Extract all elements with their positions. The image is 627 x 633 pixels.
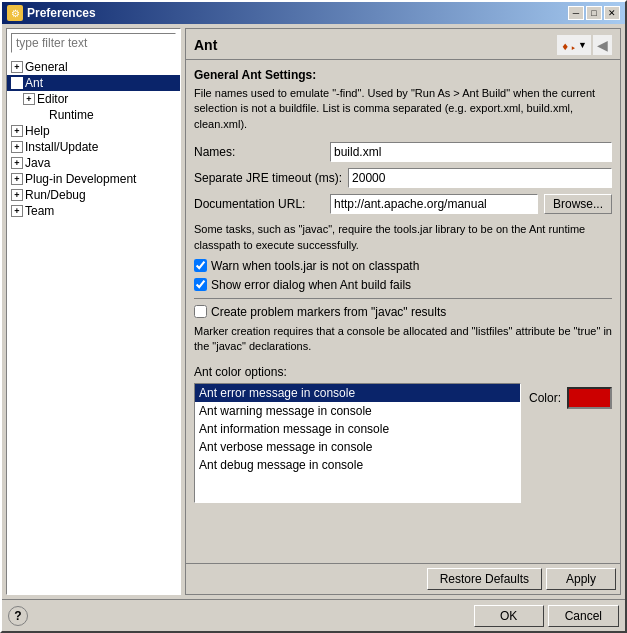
markers-note: Marker creation requires that a console … [194, 324, 612, 355]
sidebar-item-runtime[interactable]: Runtime [7, 107, 180, 123]
sidebar-item-team[interactable]: + Team [7, 203, 180, 219]
title-bar-left: ⚙ Preferences [7, 5, 96, 21]
expander-run-debug[interactable]: + [11, 189, 23, 201]
help-button[interactable]: ? [8, 606, 28, 626]
tools-jar-notice: Some tasks, such as "javac", require the… [194, 222, 612, 253]
sidebar-item-label-ant: Ant [25, 76, 43, 90]
warn-tools-jar-checkbox[interactable] [194, 259, 207, 272]
expander-java[interactable]: + [11, 157, 23, 169]
right-content: General Ant Settings: File names used to… [186, 60, 620, 563]
main-area: + General - Ant + Editor [6, 28, 621, 595]
names-row: Names: [194, 142, 612, 162]
tree-view: + General - Ant + Editor [7, 57, 180, 594]
expander-help[interactable]: + [11, 125, 23, 137]
color-list-item-warning[interactable]: Ant warning message in console [195, 402, 520, 420]
nav-back-button[interactable]: ◀ [593, 35, 612, 55]
footer-right: OK Cancel [474, 605, 619, 627]
title-bar: ⚙ Preferences ─ □ ✕ [2, 2, 625, 24]
back-arrow-icon: ◀ [597, 37, 608, 53]
color-area: Ant error message in console Ant warning… [194, 383, 612, 503]
sidebar-item-java[interactable]: + Java [7, 155, 180, 171]
color-swatch[interactable] [567, 387, 612, 409]
create-markers-label: Create problem markers from "javac" resu… [211, 305, 446, 319]
sidebar-item-label-runtime: Runtime [49, 108, 94, 122]
filter-input[interactable] [11, 33, 176, 53]
sidebar-item-label-java: Java [25, 156, 50, 170]
sidebar-item-label-run-debug: Run/Debug [25, 188, 86, 202]
restore-defaults-button[interactable]: Restore Defaults [427, 568, 542, 590]
warn-tools-jar-label: Warn when tools.jar is not on classpath [211, 259, 419, 273]
show-error-dialog-label: Show error dialog when Ant build fails [211, 278, 411, 292]
preferences-window: ⚙ Preferences ─ □ ✕ + General [0, 0, 627, 633]
sidebar-item-run-debug[interactable]: + Run/Debug [7, 187, 180, 203]
expander-general[interactable]: + [11, 61, 23, 73]
sidebar-item-plugin-development[interactable]: + Plug-in Development [7, 171, 180, 187]
right-panel-title: Ant [194, 37, 217, 53]
color-list-item-debug[interactable]: Ant debug message in console [195, 456, 520, 474]
expander-ant[interactable]: - [11, 77, 23, 89]
color-listbox[interactable]: Ant error message in console Ant warning… [194, 383, 521, 503]
cancel-button[interactable]: Cancel [548, 605, 619, 627]
color-label: Color: [529, 391, 561, 405]
sidebar-item-general[interactable]: + General [7, 59, 180, 75]
create-markers-row: Create problem markers from "javac" resu… [194, 305, 612, 319]
sidebar-item-ant[interactable]: - Ant [7, 75, 180, 91]
sidebar-item-label-editor: Editor [37, 92, 68, 106]
window-title: Preferences [27, 6, 96, 20]
nav-dropdown-icon: ▼ [578, 40, 587, 50]
color-section: Ant color options: Ant error message in … [194, 365, 612, 503]
right-panel-bottom-bar: Restore Defaults Apply [186, 563, 620, 594]
minimize-button[interactable]: ─ [568, 6, 584, 20]
window-content: + General - Ant + Editor [2, 24, 625, 599]
timeout-row: Separate JRE timeout (ms): [194, 168, 612, 188]
timeout-label: Separate JRE timeout (ms): [194, 171, 342, 185]
doc-url-input[interactable] [330, 194, 538, 214]
show-error-dialog-row: Show error dialog when Ant build fails [194, 278, 612, 292]
nav-forward-button[interactable]: ⬧▸ ▼ [557, 35, 591, 55]
ok-button[interactable]: OK [474, 605, 544, 627]
sidebar-item-install-update[interactable]: + Install/Update [7, 139, 180, 155]
left-panel: + General - Ant + Editor [6, 28, 181, 595]
names-input[interactable] [330, 142, 612, 162]
expander-editor[interactable]: + [23, 93, 35, 105]
close-button[interactable]: ✕ [604, 6, 620, 20]
section-title: General Ant Settings: [194, 68, 612, 82]
color-list-item-verbose[interactable]: Ant verbose message in console [195, 438, 520, 456]
doc-url-row: Documentation URL: Browse... [194, 194, 612, 214]
separator [194, 298, 612, 299]
sidebar-item-label-plugin: Plug-in Development [25, 172, 136, 186]
color-picker-area: Color: [529, 383, 612, 409]
create-markers-checkbox[interactable] [194, 305, 207, 318]
browse-button[interactable]: Browse... [544, 194, 612, 214]
expander-team[interactable]: + [11, 205, 23, 217]
apply-button[interactable]: Apply [546, 568, 616, 590]
description: File names used to emulate "-find". Used… [194, 86, 612, 132]
warn-tools-jar-row: Warn when tools.jar is not on classpath [194, 259, 612, 273]
forward-arrow-icon: ⬧▸ [561, 37, 577, 53]
title-buttons: ─ □ ✕ [568, 6, 620, 20]
sidebar-item-help[interactable]: + Help [7, 123, 180, 139]
names-label: Names: [194, 145, 324, 159]
nav-buttons: ⬧▸ ▼ ◀ [557, 35, 612, 55]
right-header: Ant ⬧▸ ▼ ◀ [186, 29, 620, 60]
right-panel: Ant ⬧▸ ▼ ◀ General Ant Settings: File na… [185, 28, 621, 595]
sidebar-item-editor[interactable]: + Editor [7, 91, 180, 107]
color-list-item-information[interactable]: Ant information message in console [195, 420, 520, 438]
maximize-button[interactable]: □ [586, 6, 602, 20]
sidebar-item-label-team: Team [25, 204, 54, 218]
footer-bar: ? OK Cancel [2, 599, 625, 631]
color-section-title: Ant color options: [194, 365, 612, 379]
expander-install-update[interactable]: + [11, 141, 23, 153]
show-error-dialog-checkbox[interactable] [194, 278, 207, 291]
expander-plugin[interactable]: + [11, 173, 23, 185]
sidebar-item-label-help: Help [25, 124, 50, 138]
sidebar-item-label-install-update: Install/Update [25, 140, 98, 154]
timeout-input[interactable] [348, 168, 612, 188]
window-icon: ⚙ [7, 5, 23, 21]
doc-url-label: Documentation URL: [194, 197, 324, 211]
color-list-item-error[interactable]: Ant error message in console [195, 384, 520, 402]
sidebar-item-label-general: General [25, 60, 68, 74]
